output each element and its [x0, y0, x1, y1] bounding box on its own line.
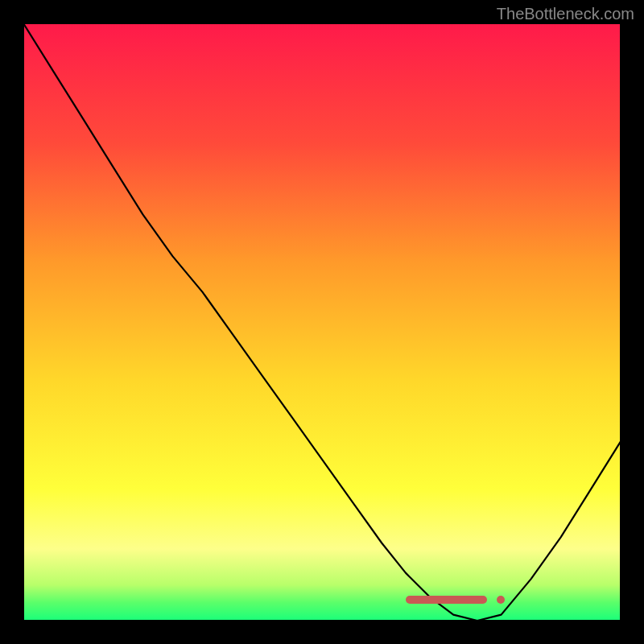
- optimal-range-bar: [406, 596, 487, 604]
- optimal-range-end-dot: [497, 596, 505, 604]
- watermark-text: TheBottleneck.com: [497, 5, 634, 23]
- chart-plot-area: [23, 23, 621, 621]
- chart-curve: [23, 23, 621, 621]
